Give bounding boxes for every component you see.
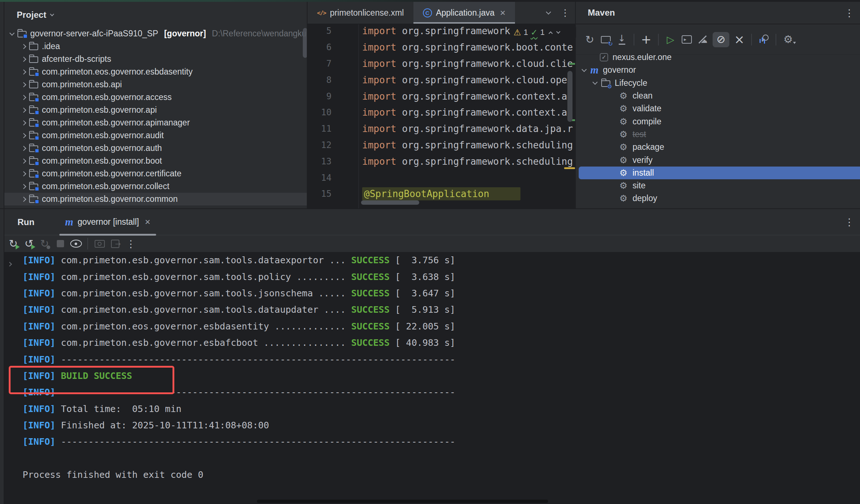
next-problem-icon[interactable] [556, 29, 560, 33]
chevron-collapsed-icon[interactable] [21, 171, 26, 176]
run-options-kebab-icon[interactable]: ⋮ [844, 216, 854, 228]
tab-bar-actions: ⋮ [547, 2, 570, 24]
chevron-collapsed-icon[interactable] [21, 107, 26, 112]
chevron-collapsed-icon[interactable] [21, 95, 26, 100]
folder-module-icon [29, 184, 38, 190]
rerun-icon[interactable] [7, 238, 19, 250]
export-console-icon[interactable] [109, 238, 121, 250]
maven-tree-item[interactable]: deploy [576, 192, 860, 205]
project-tree-item[interactable]: com.primeton.esb.governor.common [4, 193, 308, 205]
chevron-collapsed-icon[interactable] [21, 82, 26, 87]
project-tree-item[interactable]: com.primeton.eos.governor.esbdasentity [4, 65, 308, 78]
preview-eye-icon[interactable] [70, 238, 82, 250]
project-tree-item[interactable]: com.primeton.esb.governor.apimanager [4, 116, 308, 129]
chevron-expanded-icon[interactable] [582, 67, 587, 72]
project-item-label: com.primeton.esb.governor.api [42, 105, 157, 115]
analyze-dependencies-icon[interactable] [758, 33, 770, 45]
maven-tree-item[interactable]: verify [576, 153, 860, 166]
run-tab[interactable]: governor [install] × [57, 209, 159, 235]
project-tree-item[interactable]: com.primeton.esb.governor.boot [4, 155, 308, 167]
maven-tree-item[interactable]: clean [576, 89, 860, 102]
project-tree-item[interactable]: com.primeton.esb.governor.auth [4, 142, 308, 155]
console-line: [INFO] com.primeton.esb.governor.sam.too… [23, 285, 860, 301]
chevron-collapsed-icon[interactable] [21, 145, 26, 151]
chevron-collapsed-icon[interactable] [21, 133, 26, 138]
maven-tree-item[interactable]: nexus.euler.one [576, 51, 860, 64]
project-tree-item[interactable]: com.primeton.esb.governor.certificate [4, 167, 308, 180]
collapse-x-icon[interactable] [733, 33, 745, 45]
project-tree-item[interactable]: afcenter-db-scripts [4, 53, 308, 65]
goal-gear-icon [619, 156, 628, 165]
project-tree-item[interactable]: .idea [4, 40, 308, 53]
project-tree-item[interactable]: com.primeton.esb.api [4, 78, 308, 91]
editor-horizontal-scrollbar[interactable] [361, 200, 419, 205]
tab-label: Application.java [436, 8, 495, 18]
editor-tab[interactable]: primetonlicense.xml [308, 2, 413, 24]
maven-tree-item[interactable]: site [576, 179, 860, 192]
close-tab-icon[interactable]: × [145, 216, 150, 228]
maven-tree-item[interactable]: validate [576, 102, 860, 115]
editor-options-kebab-icon[interactable]: ⋮ [560, 7, 570, 18]
chevron-collapsed-icon[interactable] [21, 184, 26, 189]
inspections-widget[interactable]: ⚠ 1 ✓ 1 [511, 25, 576, 40]
console-line: [INFO] Total time: 05:10 min [23, 401, 860, 417]
maven-options-kebab-icon[interactable]: ⋮ [844, 7, 854, 19]
folder-lifecycle-icon [601, 80, 610, 87]
close-tab-icon[interactable]: × [500, 7, 506, 19]
console[interactable]: [INFO] com.primeton.esb.governor.sam.too… [4, 252, 860, 504]
chevron-collapsed-icon[interactable] [21, 44, 26, 49]
project-tree-item[interactable]: com.primeton.esb.governor.access [4, 91, 308, 104]
project-tool-window-header[interactable]: Project [17, 10, 53, 20]
maven-settings-icon[interactable] [782, 33, 794, 45]
maven-panel: Maven ⋮ nexus.euler.onegovernorLifecycle… [575, 2, 860, 209]
console-fold-toggle[interactable] [8, 261, 11, 267]
reload-maven-projects-icon[interactable] [584, 33, 596, 45]
toggle-offline-mode-icon[interactable] [697, 33, 709, 45]
project-tree-item[interactable]: governor-server-afc-iPaaS910_SP [governo… [4, 27, 308, 40]
maven-tree-item[interactable]: package [576, 141, 860, 153]
generate-sources-folder-icon[interactable] [600, 33, 612, 45]
chevron-collapsed-icon[interactable] [21, 120, 26, 125]
line-number: 12 [308, 140, 332, 150]
run-maven-build-icon[interactable] [665, 33, 677, 45]
add-maven-project-icon[interactable] [640, 33, 652, 45]
code-text: import org.springframework.scheduling [362, 156, 573, 167]
console-line: [INFO] ---------------------------------… [23, 433, 860, 450]
stop-disabled-icon[interactable] [54, 238, 66, 250]
maven-tree: nexus.euler.onegovernorLifecyclecleanval… [576, 51, 860, 205]
editor-panel: primetonlicense.xmlApplication.java× ⋮ 5… [308, 2, 575, 209]
folder-module-icon [29, 158, 38, 165]
maven-tree-item[interactable]: Lifecycle [576, 77, 860, 89]
maven-tree-item[interactable]: test [576, 128, 860, 141]
screenshot-camera-icon[interactable] [94, 238, 106, 250]
editor-vertical-scrollbar[interactable] [567, 71, 572, 122]
skip-tests-icon[interactable] [713, 32, 729, 47]
more-options-icon[interactable] [125, 238, 137, 250]
chevron-collapsed-icon[interactable] [21, 196, 26, 201]
chevron-expanded-icon[interactable] [593, 80, 598, 85]
project-tree-item[interactable]: com.primeton.esb.governor.audit [4, 129, 308, 142]
tab-list-chevron-icon[interactable] [546, 9, 551, 15]
resume-disabled-icon[interactable] [39, 238, 51, 250]
editor-tab[interactable]: Application.java× [413, 2, 515, 24]
project-path: D:\Reference\wendangku [210, 29, 306, 39]
chevron-collapsed-icon[interactable] [21, 69, 26, 74]
code-line: 14 [308, 169, 575, 186]
chevron-collapsed-icon[interactable] [21, 158, 26, 163]
console-horizontal-scrollbar[interactable] [257, 500, 548, 503]
maven-tree-item[interactable]: compile [576, 115, 860, 128]
rerun-with-changes-icon[interactable] [23, 238, 35, 250]
execute-maven-goal-icon[interactable] [681, 33, 693, 45]
project-tree-item[interactable]: com.primeton.esb.governor.api [4, 104, 308, 116]
chevron-collapsed-icon[interactable] [21, 56, 26, 61]
chevron-expanded-icon[interactable] [9, 30, 15, 35]
project-tree-item[interactable]: com.primeton.esb.governor.collect [4, 180, 308, 193]
code-line: 8import org.springframework.cloud.open [308, 72, 575, 88]
chevron-down-icon[interactable] [50, 12, 54, 16]
maven-tree-item[interactable]: governor [576, 64, 860, 76]
previous-problem-icon[interactable] [549, 31, 553, 35]
download-sources-icon[interactable] [616, 33, 628, 45]
keyword: import [362, 123, 396, 134]
code-area[interactable]: 5import org.springframework.boot6import … [308, 23, 575, 202]
maven-tree-item[interactable]: install [579, 167, 860, 179]
